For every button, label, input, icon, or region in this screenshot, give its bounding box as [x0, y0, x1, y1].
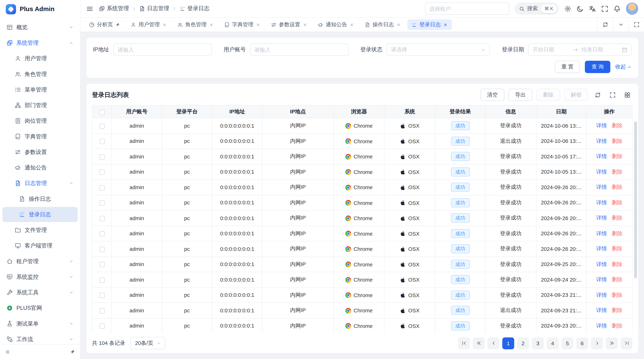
- sidebar-item-system[interactable]: 系统管理: [2, 35, 78, 50]
- row-checkbox[interactable]: [99, 231, 105, 237]
- first-page-button[interactable]: [458, 337, 470, 349]
- delete-row-link[interactable]: 删除: [612, 230, 622, 237]
- sidebar-item-file[interactable]: 文件管理: [2, 222, 78, 238]
- settings-icon[interactable]: [564, 5, 571, 12]
- tenant-select-input[interactable]: [425, 2, 509, 15]
- maximize-button[interactable]: [628, 18, 644, 32]
- delete-row-link[interactable]: 删除: [612, 322, 622, 330]
- row-checkbox[interactable]: [99, 262, 105, 267]
- delete-row-link[interactable]: 删除: [612, 153, 622, 160]
- refresh-page-button[interactable]: [597, 18, 613, 32]
- close-icon[interactable]: [209, 22, 214, 27]
- page-4-button[interactable]: 4: [547, 337, 559, 349]
- delete-row-link[interactable]: 删除: [612, 122, 622, 129]
- close-icon[interactable]: [443, 22, 448, 27]
- dark-mode-icon[interactable]: [576, 5, 584, 12]
- detail-link[interactable]: 详情: [596, 276, 607, 283]
- sidebar-item-post[interactable]: 岗位管理: [2, 113, 78, 129]
- row-checkbox[interactable]: [99, 278, 105, 283]
- detail-link[interactable]: 详情: [596, 245, 607, 252]
- global-search-button[interactable]: 搜索 ⌘ K: [514, 2, 559, 15]
- select-all-checkbox[interactable]: [99, 109, 105, 115]
- sidebar-item-client[interactable]: 客户端管理: [2, 238, 78, 253]
- status-select[interactable]: 请选择: [386, 43, 490, 56]
- delete-row-link[interactable]: 删除: [612, 291, 622, 299]
- row-checkbox[interactable]: [99, 308, 105, 314]
- tab-notice[interactable]: 通知公告: [314, 19, 358, 30]
- clear-button[interactable]: 清空: [480, 89, 504, 101]
- jump-forward-button[interactable]: [606, 337, 618, 349]
- tab-operlog[interactable]: 操作日志: [361, 19, 405, 30]
- delete-row-link[interactable]: 删除: [612, 307, 622, 314]
- detail-link[interactable]: 详情: [596, 137, 607, 145]
- row-checkbox[interactable]: [99, 124, 105, 129]
- page-2-button[interactable]: 2: [517, 337, 529, 349]
- detail-link[interactable]: 详情: [596, 307, 607, 314]
- detail-link[interactable]: 详情: [596, 214, 607, 222]
- detail-link[interactable]: 详情: [596, 261, 607, 268]
- sidebar-item-log[interactable]: 日志管理: [2, 176, 78, 191]
- sidebar-item-workflow[interactable]: 工作流: [2, 332, 78, 344]
- delete-row-link[interactable]: 删除: [612, 245, 622, 252]
- delete-row-link[interactable]: 删除: [612, 137, 622, 145]
- detail-link[interactable]: 详情: [596, 153, 607, 160]
- date-range-picker[interactable]: 开始日期 结束日期: [528, 43, 632, 56]
- row-checkbox[interactable]: [99, 185, 105, 190]
- detail-link[interactable]: 详情: [596, 184, 607, 191]
- tab-user[interactable]: 用户管理: [126, 19, 171, 30]
- table-scrollbar[interactable]: [634, 122, 637, 278]
- sidebar-item-dept[interactable]: 部门管理: [2, 98, 78, 113]
- detail-link[interactable]: 详情: [596, 122, 607, 129]
- row-checkbox[interactable]: [99, 247, 105, 252]
- tab-role[interactable]: 角色管理: [173, 19, 218, 30]
- fullscreen-icon[interactable]: [601, 5, 608, 12]
- sidebar-item-config[interactable]: 参数设置: [2, 144, 78, 160]
- last-page-button[interactable]: [620, 337, 632, 349]
- pin-icon[interactable]: [70, 349, 75, 355]
- tab-analysis[interactable]: 分析页: [85, 19, 124, 30]
- sidebar-item-plus-site[interactable]: PLUS官网: [2, 301, 78, 316]
- notifications-icon[interactable]: [614, 5, 620, 12]
- row-checkbox[interactable]: [99, 170, 105, 175]
- delete-row-link[interactable]: 删除: [612, 199, 622, 206]
- sidebar-item-overview[interactable]: 概览: [2, 20, 78, 35]
- sidebar-item-role[interactable]: 角色管理: [2, 66, 78, 82]
- column-settings-button[interactable]: [622, 90, 632, 100]
- sidebar-item-user[interactable]: 用户管理: [2, 51, 78, 66]
- detail-link[interactable]: 详情: [596, 230, 607, 237]
- sidebar-item-operlog[interactable]: 操作日志: [2, 191, 78, 207]
- row-checkbox[interactable]: [99, 200, 105, 206]
- sidebar-item-monitor[interactable]: 系统监控: [2, 269, 78, 285]
- close-icon[interactable]: [162, 22, 167, 27]
- sidebar-item-tenant[interactable]: 租户管理: [2, 254, 78, 269]
- collapse-sidebar-icon[interactable]: [5, 349, 10, 355]
- export-button[interactable]: 导出: [508, 89, 532, 101]
- sidebar-item-login-log[interactable]: 登录日志: [2, 207, 78, 222]
- row-checkbox[interactable]: [99, 216, 105, 221]
- sidebar-item-notice[interactable]: 通知公告: [2, 160, 78, 175]
- tab-login-log[interactable]: 登录日志: [408, 19, 452, 30]
- page-5-button[interactable]: 5: [561, 337, 573, 349]
- breadcrumb-item[interactable]: 日志管理: [139, 5, 169, 12]
- next-page-button[interactable]: [591, 337, 603, 349]
- table-fullscreen-button[interactable]: [607, 90, 618, 100]
- close-icon[interactable]: [350, 22, 354, 27]
- refresh-table-button[interactable]: [592, 90, 603, 100]
- close-icon[interactable]: [396, 22, 401, 27]
- row-checkbox[interactable]: [99, 154, 105, 160]
- delete-row-link[interactable]: 删除: [612, 276, 622, 283]
- sidebar-item-tools[interactable]: 系统工具: [2, 285, 78, 300]
- row-checkbox[interactable]: [99, 324, 105, 329]
- jump-back-button[interactable]: [473, 337, 485, 349]
- ip-input[interactable]: [113, 43, 212, 56]
- row-checkbox[interactable]: [99, 139, 105, 144]
- page-1-button[interactable]: 1: [502, 337, 514, 349]
- page-6-button[interactable]: 6: [576, 337, 588, 349]
- sidebar-item-dict[interactable]: 字典管理: [2, 129, 78, 144]
- detail-link[interactable]: 详情: [596, 291, 607, 299]
- tab-config[interactable]: 参数设置: [267, 19, 311, 30]
- language-icon[interactable]: [589, 5, 596, 12]
- detail-link[interactable]: 详情: [596, 168, 607, 176]
- close-icon[interactable]: [256, 22, 260, 27]
- breadcrumb-item[interactable]: 系统管理: [99, 5, 129, 12]
